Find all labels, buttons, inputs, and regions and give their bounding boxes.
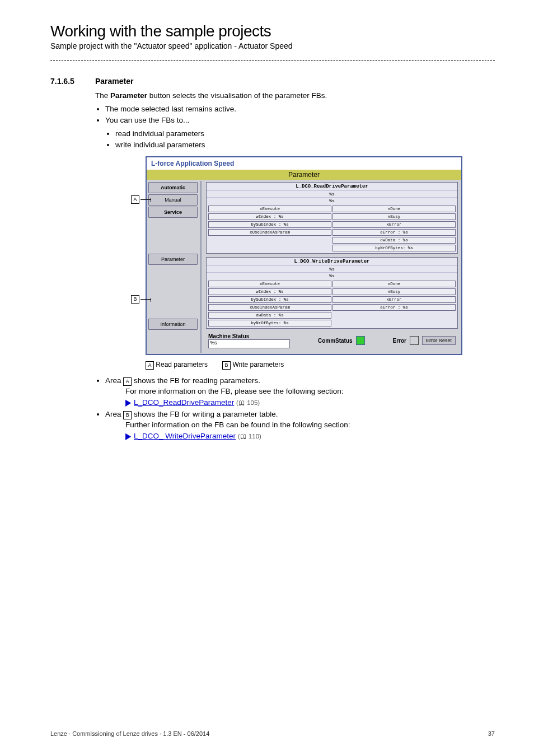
sidebar-separator: [199, 180, 204, 354]
triangle-icon: ▶: [125, 396, 132, 409]
legend-a-icon: A: [146, 361, 154, 370]
fb-read-block: L_DCO_ReadDriveParameter %s %s xExecute …: [206, 182, 458, 254]
intro-bold: Parameter: [110, 91, 147, 100]
area-a-more: For more information on the FB, please s…: [125, 386, 495, 397]
fb-read-out-eerror: eError : %s: [332, 229, 456, 236]
link-read-page: 105: [247, 399, 257, 406]
fb-read-in-useindex: xUseIndexAsParam: [208, 229, 331, 236]
fb-write-block: L_DCO_WriteDriveParameter %s %s xExecute…: [206, 257, 458, 329]
link-write-pageref: (🕮 110): [238, 433, 261, 440]
bullet-read: read individual parameters: [115, 128, 495, 139]
fb-write-in-bytes: byNrOfBytes: %s: [208, 320, 331, 326]
intro-post: button selects the visualisation of the …: [147, 91, 327, 100]
sidebar-information-button[interactable]: Information: [148, 319, 198, 330]
fb-read-out-dwdata: dwData : %s: [332, 237, 456, 244]
section-number: 7.1.6.5: [50, 77, 95, 86]
intro-pre: The: [95, 91, 110, 100]
area-a-text: shows the FB for reading parameters.: [132, 376, 260, 385]
intro-line: The Parameter button selects the visuali…: [95, 90, 495, 101]
link-write-page: 110: [249, 433, 259, 440]
fb-read-sub2: %s: [207, 197, 457, 204]
fb-read-in-subindex: bySubIndex : %s: [208, 221, 331, 228]
fb-read-out-xerror: xError: [332, 221, 456, 228]
fb-read-out-bytes: byNrOfBytes: %s: [332, 245, 456, 251]
status-bar: Machine Status %s CommStatus Error Error…: [206, 332, 458, 351]
legend-b-icon: B: [222, 361, 231, 370]
callout-a: A: [131, 195, 151, 204]
error-reset-button[interactable]: Error Reset: [422, 336, 456, 345]
sidebar-manual-button[interactable]: Manual: [148, 194, 198, 206]
fb-write-in-useindex: xUseIndexAsParam: [208, 304, 331, 311]
fb-read-in-xexecute: xExecute: [208, 206, 331, 212]
area-a-line: Area A shows the FB for reading paramete…: [105, 375, 495, 408]
view-tab-parameter: Parameter: [147, 170, 461, 180]
page-title: Working with the sample projects: [50, 22, 495, 40]
fb-read-title: L_DCO_ReadDriveParameter: [207, 183, 457, 190]
footer-page-number: 37: [488, 730, 495, 737]
fb-read-out-xbusy: xBusy: [332, 213, 456, 220]
fb-write-title: L_DCO_WriteDriveParameter: [207, 258, 457, 265]
fb-write-out-xdone: xDone: [332, 281, 456, 287]
sidebar-service-button[interactable]: Service: [148, 207, 198, 218]
legend-a-text: Read parameters: [156, 361, 208, 368]
callout-b: B: [131, 295, 151, 304]
legend-row: A Read parameters B Write parameters: [146, 361, 495, 370]
fb-write-out-eerror: eError : %s: [332, 304, 456, 311]
link-read-parameter[interactable]: L_DCO_ReadDriveParameter: [134, 398, 234, 407]
fb-write-sub2: %s: [207, 272, 457, 279]
machine-status-value: %s: [208, 339, 290, 348]
error-led: [410, 336, 419, 345]
machine-status-label: Machine Status: [208, 333, 290, 339]
area-b-line: Area B shows the FB for writing a parame…: [105, 409, 495, 442]
fb-write-out-xbusy: xBusy: [332, 288, 456, 295]
callout-a-label: A: [131, 195, 139, 204]
fb-read-sub1: %s: [207, 190, 457, 197]
area-b-prefix: Area: [105, 410, 123, 418]
fb-read-out-xdone: xDone: [332, 206, 456, 212]
app-window: L-force Application Speed Parameter Auto…: [146, 156, 462, 355]
app-title: L-force Application Speed: [147, 157, 461, 170]
area-b-text: shows the FB for writing a parameter tab…: [132, 410, 278, 418]
fb-write-sub1: %s: [207, 265, 457, 272]
bullet-write: write individual parameters: [115, 139, 495, 151]
fb-write-in-dwdata: dwData : %s: [208, 312, 331, 319]
footer-left: Lenze · Commissioning of Lenze drives · …: [50, 730, 209, 737]
sidebar-automatic-button[interactable]: Automatic: [148, 182, 198, 193]
area-b-icon: B: [123, 411, 132, 419]
legend-b-text: Write parameters: [232, 361, 284, 368]
sidebar: Automatic Manual Service Parameter Infor…: [147, 180, 199, 354]
callout-b-label: B: [131, 295, 139, 304]
triangle-icon: ▶: [125, 430, 132, 442]
link-read-pageref: (🕮 105): [236, 399, 260, 406]
area-b-more: Further information on the FB can be fou…: [125, 419, 495, 431]
fb-read-in-windex: wIndex : %s: [208, 213, 331, 220]
sidebar-parameter-button[interactable]: Parameter: [148, 254, 198, 265]
area-a-icon: A: [123, 377, 132, 386]
commstatus-label: CommStatus: [318, 338, 353, 344]
bullet-mode: The mode selected last remains active.: [105, 104, 495, 115]
page-subtitle: Sample project with the "Actuator speed"…: [50, 41, 495, 50]
separator-dashed: [50, 60, 495, 61]
fb-write-out-xerror: xError: [332, 296, 456, 303]
commstatus-led: [356, 336, 365, 345]
link-write-parameter[interactable]: L_DCO_ WriteDriveParameter: [134, 432, 236, 440]
fb-write-in-xexecute: xExecute: [208, 281, 331, 287]
fb-write-in-windex: wIndex : %s: [208, 288, 331, 295]
section-title: Parameter: [95, 77, 134, 86]
fb-write-in-subindex: bySubIndex : %s: [208, 296, 331, 303]
bullet-use: You can use the FBs to...: [105, 115, 495, 126]
error-label: Error: [393, 338, 406, 344]
area-a-prefix: Area: [105, 376, 123, 385]
